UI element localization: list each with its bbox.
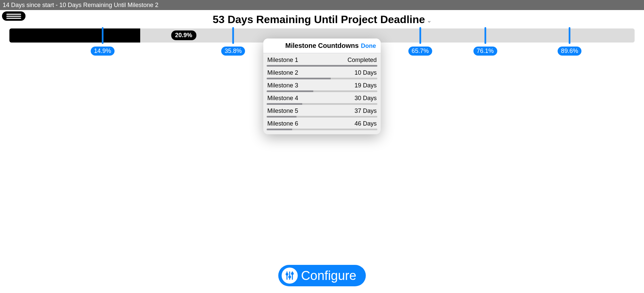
- popover-header: Milestone Countdowns Done: [263, 39, 381, 53]
- svg-point-5: [291, 272, 294, 275]
- configure-label: Configure: [301, 269, 357, 283]
- svg-point-3: [288, 276, 291, 278]
- milestone-row[interactable]: Milestone 537 Days: [267, 105, 377, 118]
- menu-button[interactable]: [2, 11, 25, 21]
- milestone-mini-bar: [267, 116, 377, 118]
- configure-button[interactable]: Configure: [278, 265, 366, 286]
- svg-point-1: [286, 273, 288, 276]
- milestone-tick[interactable]: [419, 27, 421, 44]
- milestone-name: Milestone 5: [267, 107, 298, 115]
- milestone-mini-bar: [267, 90, 377, 92]
- milestone-badge[interactable]: 76.1%: [473, 47, 497, 56]
- sliders-icon: [282, 268, 298, 284]
- done-button[interactable]: Done: [361, 42, 376, 49]
- popover-title: Milestone Countdowns: [285, 42, 359, 50]
- milestone-mini-bar: [267, 103, 377, 105]
- progress-fill: [9, 28, 140, 43]
- milestone-tick[interactable]: [102, 27, 103, 44]
- milestone-status: 46 Days: [355, 120, 377, 127]
- milestone-row[interactable]: Milestone 319 Days: [267, 80, 377, 93]
- top-status-bar: 14 Days since start - 10 Days Remaining …: [0, 0, 644, 10]
- milestone-row[interactable]: Milestone 210 Days: [267, 67, 377, 80]
- top-status-text: 14 Days since start - 10 Days Remaining …: [3, 2, 158, 9]
- milestone-mini-bar: [267, 129, 377, 130]
- page-title-row[interactable]: 53 Days Remaining Until Project Deadline…: [0, 13, 644, 26]
- milestone-tick[interactable]: [569, 27, 571, 44]
- hamburger-icon: [6, 14, 21, 15]
- milestone-row[interactable]: Milestone 646 Days: [267, 118, 377, 131]
- milestone-badge[interactable]: 14.9%: [91, 47, 114, 56]
- milestone-tick[interactable]: [484, 27, 486, 44]
- milestone-row[interactable]: Milestone 1Completed: [267, 55, 377, 67]
- milestone-status: 30 Days: [355, 95, 377, 102]
- milestone-status: 19 Days: [355, 82, 377, 89]
- milestone-status: 10 Days: [355, 69, 377, 76]
- milestone-name: Milestone 3: [267, 82, 298, 89]
- milestone-mini-bar: [267, 65, 377, 67]
- milestone-popover: Milestone Countdowns Done Milestone 1Com…: [263, 39, 381, 134]
- milestone-name: Milestone 6: [267, 120, 298, 127]
- popover-body: Milestone 1CompletedMilestone 210 DaysMi…: [263, 53, 381, 134]
- progress-current-badge: 20.9%: [171, 30, 196, 40]
- milestone-status: 37 Days: [355, 107, 377, 115]
- milestone-badge[interactable]: 89.6%: [558, 47, 582, 56]
- milestone-status: Completed: [347, 57, 377, 64]
- milestone-name: Milestone 4: [267, 95, 298, 102]
- milestone-row[interactable]: Milestone 430 Days: [267, 93, 377, 105]
- chevron-down-icon: ⌄: [427, 17, 431, 24]
- milestone-badge[interactable]: 65.7%: [408, 47, 432, 56]
- milestone-badge[interactable]: 35.8%: [221, 47, 245, 56]
- milestone-name: Milestone 2: [267, 69, 298, 76]
- milestone-tick[interactable]: [232, 27, 234, 44]
- milestone-mini-bar: [267, 78, 377, 79]
- milestone-name: Milestone 1: [267, 57, 298, 64]
- page-title: 53 Days Remaining Until Project Deadline: [213, 13, 425, 26]
